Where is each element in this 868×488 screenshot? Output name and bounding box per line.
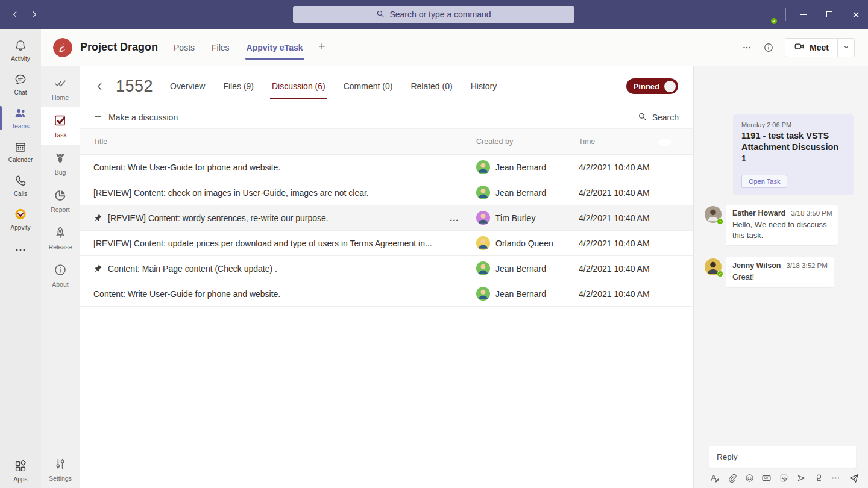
- etask-rail-item-task[interactable]: Task: [41, 107, 80, 145]
- task-tab-overview[interactable]: Overview: [170, 78, 205, 95]
- make-discussion-button[interactable]: Make a discussion: [93, 112, 178, 123]
- creator-name: Tim Burley: [495, 213, 535, 223]
- channel-tab-appvity-etask[interactable]: Appvity eTask: [247, 29, 303, 66]
- dots-icon: [14, 243, 27, 258]
- discussion-row[interactable]: [REVIEW] Content: wordy sentences, re-wr…: [80, 205, 693, 231]
- channel-tab-posts[interactable]: Posts: [174, 29, 195, 66]
- rail-item-appvity[interactable]: Appvity: [0, 202, 41, 236]
- task-tab-history[interactable]: History: [471, 78, 497, 95]
- teams-icon: [14, 107, 27, 121]
- discussion-row-title-cell: Content: Write User-Guide for phone and …: [93, 289, 450, 299]
- rail-item-calender[interactable]: Calender: [0, 135, 41, 169]
- etask-rail-item-report[interactable]: Report: [41, 182, 80, 219]
- more-icon[interactable]: [831, 473, 841, 483]
- sticker-icon[interactable]: [779, 473, 789, 483]
- etask-rail-item-home[interactable]: Home: [41, 70, 80, 107]
- discussion-row[interactable]: Content: Main Page content (Check update…: [80, 256, 693, 281]
- discussion-row-title: Content: Write User-Guide for phone and …: [93, 163, 280, 172]
- message-bubble[interactable]: Esther Howard3/18 3:50 PMHello, We need …: [726, 205, 838, 245]
- discussion-row[interactable]: [REVIEW] Content: check on images in Use…: [80, 180, 693, 205]
- attach-icon[interactable]: [727, 473, 737, 483]
- message-header: Esther Howard3/18 3:50 PM: [732, 209, 831, 217]
- bell-icon: [14, 39, 27, 54]
- channel-header: Project Dragon PostsFilesAppvity eTask M…: [41, 29, 868, 66]
- task-detail-panel: 1552 OverviewFiles (9)Discussion (6)Comm…: [80, 66, 693, 488]
- rail-item-chat[interactable]: Chat: [0, 67, 41, 101]
- rail-item-activity[interactable]: Activity: [0, 34, 41, 67]
- etask-rail-item-about[interactable]: About: [41, 257, 80, 294]
- search-icon: [638, 112, 647, 123]
- meet-button[interactable]: Meet: [785, 39, 837, 57]
- channel-info-icon[interactable]: [763, 42, 774, 53]
- discussion-row-time: 4/2/2021 10:40 AM: [579, 239, 693, 248]
- task-tab-comment[interactable]: Comment (0): [344, 78, 393, 95]
- loading-oval-icon: [658, 139, 671, 146]
- svg-text:GIF: GIF: [764, 477, 769, 480]
- reply-input[interactable]: [709, 446, 856, 468]
- etask-rail-label: Release: [49, 243, 72, 251]
- rail-item-apps[interactable]: Apps: [0, 454, 41, 488]
- channel-more-button[interactable]: [741, 42, 752, 53]
- creator-name: Jean Bernard: [495, 264, 546, 274]
- meet-options-button[interactable]: [837, 39, 854, 57]
- message-bubble[interactable]: Jenny Wilson3/18 3:52 PMGreat!: [726, 257, 834, 287]
- calendar-icon: [14, 140, 27, 155]
- discussion-row[interactable]: Content: Write User-Guide for phone and …: [80, 155, 693, 180]
- message-list: Esther Howard3/18 3:50 PMHello, We need …: [705, 205, 858, 287]
- make-discussion-label: Make a discussion: [108, 113, 178, 122]
- bug-icon: [53, 151, 68, 166]
- creator-avatar: [476, 186, 490, 199]
- discussion-row-creator: Orlando Queen: [476, 236, 579, 250]
- task-header: 1552 OverviewFiles (9)Discussion (6)Comm…: [80, 66, 693, 106]
- stream-icon[interactable]: [796, 473, 807, 483]
- discussion-chat-panel: Monday 2:06 PM 1191 - test task VSTS Att…: [693, 66, 868, 488]
- maximize-button[interactable]: [819, 0, 840, 29]
- etask-rail-item-bug[interactable]: Bug: [41, 145, 80, 182]
- creator-name: Jean Bernard: [495, 163, 546, 172]
- send-icon[interactable]: [848, 472, 860, 484]
- discussion-row[interactable]: Content: Write User-Guide for phone and …: [80, 281, 693, 307]
- row-menu-button[interactable]: ...: [450, 213, 476, 223]
- rail-more-button[interactable]: [0, 242, 41, 260]
- creator-name: Jean Bernard: [495, 188, 546, 198]
- rail-item-calls[interactable]: Calls: [0, 169, 41, 202]
- back-nav-icon[interactable]: [7, 7, 23, 22]
- message-avatar: [705, 206, 722, 223]
- channel-tab-files[interactable]: Files: [212, 29, 230, 66]
- message-text: Great!: [732, 272, 828, 283]
- column-header-created-by: Created by: [476, 137, 579, 146]
- etask-rail-label: About: [52, 281, 68, 288]
- praise-icon[interactable]: [814, 473, 824, 483]
- etask-rail-item-release[interactable]: Release: [41, 219, 80, 257]
- task-tab-files[interactable]: Files (9): [223, 78, 254, 95]
- discussion-table-header: TitleCreated byTime: [80, 128, 693, 155]
- discussion-row[interactable]: [REVIEW] Content: update prices per down…: [80, 231, 693, 256]
- command-search-bar[interactable]: Search or type a command: [293, 6, 574, 23]
- info-icon: [53, 263, 68, 278]
- task-tab-related[interactable]: Related (0): [410, 78, 452, 95]
- emoji-icon[interactable]: [744, 473, 755, 483]
- open-task-button[interactable]: Open Task: [741, 175, 787, 188]
- team-logo: [53, 38, 72, 57]
- task-tab-discussion[interactable]: Discussion (6): [272, 78, 326, 95]
- meet-button-label: Meet: [810, 43, 829, 52]
- creator-avatar: [476, 287, 490, 301]
- user-avatar[interactable]: [758, 5, 776, 23]
- forward-nav-icon[interactable]: [27, 7, 42, 22]
- status-available-icon: [717, 271, 723, 277]
- app-rail: ActivityChatTeamsCalenderCallsAppvityApp…: [0, 29, 41, 488]
- pinned-toggle[interactable]: Pinned: [626, 78, 678, 94]
- minimize-button[interactable]: [793, 0, 813, 29]
- discussion-row-time: 4/2/2021 10:40 AM: [579, 213, 693, 223]
- discussion-search-button[interactable]: Search: [638, 112, 679, 123]
- discussion-toolbar: Make a discussion Search: [80, 106, 693, 128]
- etask-rail-item-settings[interactable]: Settings: [41, 451, 80, 488]
- back-button[interactable]: [95, 81, 105, 92]
- add-tab-button[interactable]: [318, 42, 326, 53]
- rail-item-teams[interactable]: Teams: [0, 101, 41, 135]
- discussion-task-card: Monday 2:06 PM 1191 - test task VSTS Att…: [733, 114, 854, 195]
- gif-icon[interactable]: GIF: [761, 473, 772, 483]
- close-button[interactable]: ✕: [846, 0, 866, 29]
- chat-icon: [14, 73, 27, 87]
- format-icon[interactable]: [709, 473, 720, 483]
